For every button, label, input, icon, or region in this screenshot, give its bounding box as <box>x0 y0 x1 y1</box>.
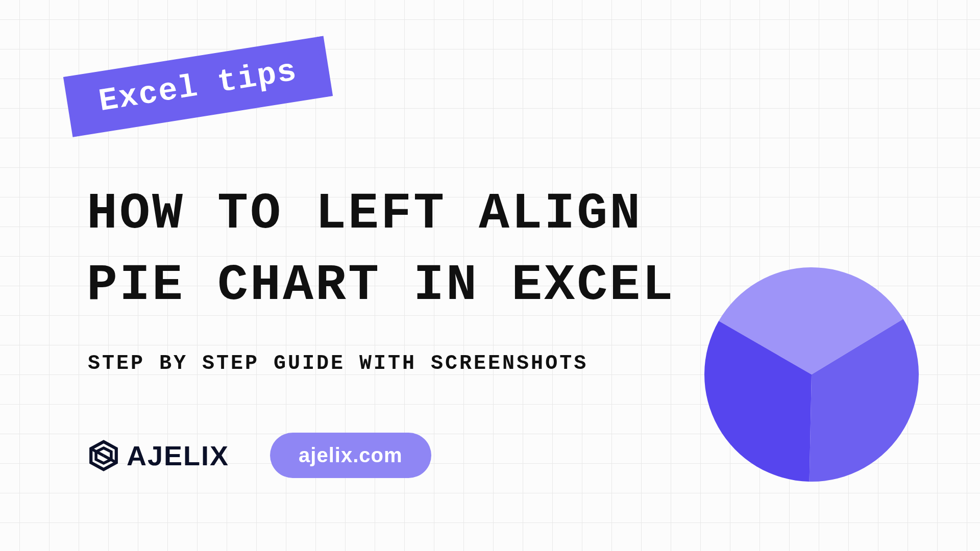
brand-mark-icon <box>88 440 119 471</box>
page-title: HOW TO LEFT ALIGN PIE CHART IN EXCEL <box>87 179 675 321</box>
brand-row: AJELIX ajelix.com <box>88 433 431 478</box>
pie-chart <box>704 267 919 482</box>
brand-url-text: ajelix.com <box>299 444 402 466</box>
brand-url-pill[interactable]: ajelix.com <box>270 433 431 478</box>
brand-name: AJELIX <box>127 440 229 471</box>
brand-logo: AJELIX <box>88 440 229 471</box>
page-subtitle: STEP BY STEP GUIDE WITH SCREENSHOTS <box>88 352 588 375</box>
